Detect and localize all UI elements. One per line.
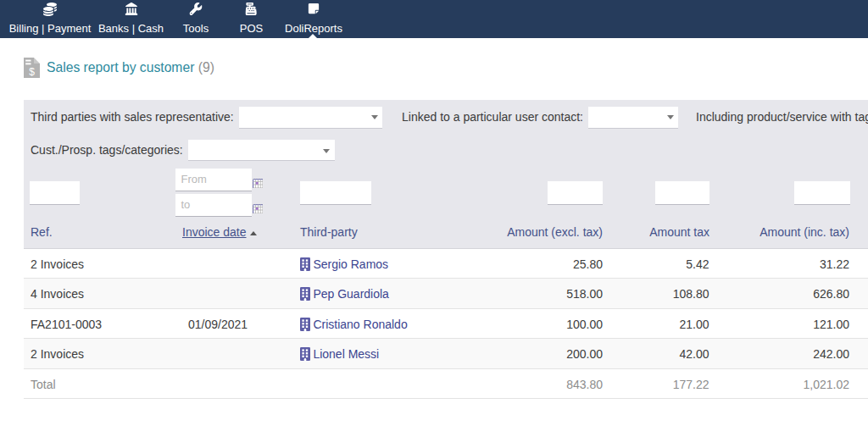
svg-text:$: $ xyxy=(29,66,35,78)
